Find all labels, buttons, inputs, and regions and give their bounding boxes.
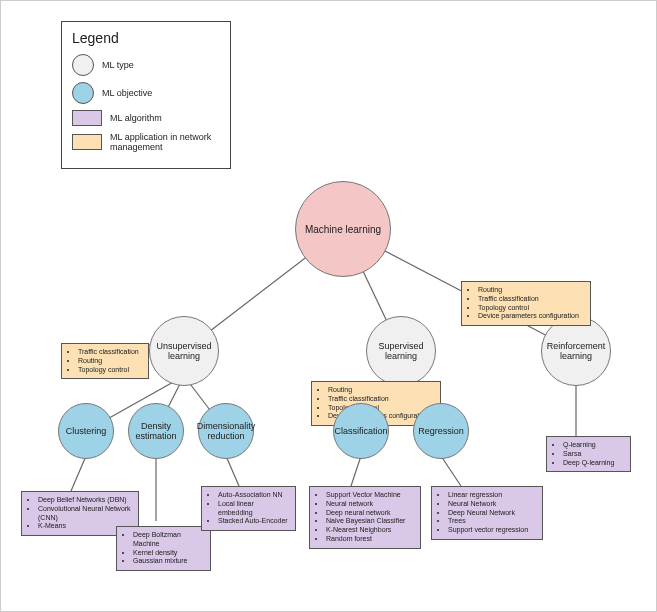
square-icon [72,110,102,126]
list-item: K-Nearest Neighbors [326,526,414,535]
list-item: Topology control [478,304,584,313]
node-root-label: Machine learning [305,224,381,235]
algo-list: Deep Boltzman MachineKernel densityGauss… [123,531,204,566]
list-item: Stacked Auto-Encoder [218,517,289,526]
list-item: Traffic classification [328,395,434,404]
list-item: Deep Q-learning [563,459,624,468]
node-type-supervised: Supervised learning [366,316,436,386]
list-item: Naive Bayesian Classifier [326,517,414,526]
algo-list: Q-learningSarsaDeep Q-learning [553,441,624,467]
app-list: Traffic classificationRoutingTopology co… [68,348,142,374]
app-list: RoutingTraffic classificationTopology co… [468,286,584,321]
list-item: Auto-Association NN [218,491,289,500]
node-obj-regression: Regression [413,403,469,459]
list-item: Convolutional Neural Network (CNN) [38,505,132,523]
square-icon [72,134,102,150]
algo-box-classification: Support Vector MachineNeural networkDeep… [309,486,421,549]
list-item: Linear regression [448,491,536,500]
list-item: Q-learning [563,441,624,450]
legend-row-application: ML application in network management [72,132,220,152]
list-item: Deep Belief Networks (DBN) [38,496,132,505]
node-type-label: Reinforcement learning [546,341,606,361]
svg-line-8 [71,456,86,491]
list-item: Routing [478,286,584,295]
node-obj-label: Clustering [66,426,107,436]
list-item: Gaussian mixture [133,557,204,566]
svg-line-11 [351,456,361,486]
svg-line-12 [441,456,461,486]
algo-box-dimred: Auto-Association NNLocal linear embeddin… [201,486,296,531]
node-type-label: Supervised learning [371,341,431,361]
list-item: Traffic classification [78,348,142,357]
list-item: Support vector regression [448,526,536,535]
app-box-reinforcement: RoutingTraffic classificationTopology co… [461,281,591,326]
node-obj-label: Dimensionality reduction [197,421,256,441]
list-item: Deep neural network [326,509,414,518]
circle-icon [72,82,94,104]
node-obj-label: Regression [418,426,464,436]
list-item: Topology control [78,366,142,375]
node-type-label: Unsupervised learning [154,341,214,361]
list-item: Support Vector Machine [326,491,414,500]
algo-list: Linear regressionNeural NetworkDeep Neur… [438,491,536,535]
list-item: Neural network [326,500,414,509]
node-obj-density: Density estimation [128,403,184,459]
app-box-unsupervised: Traffic classificationRoutingTopology co… [61,343,149,379]
legend-box: Legend ML type ML objective ML algorithm… [61,21,231,169]
algo-box-density: Deep Boltzman MachineKernel densityGauss… [116,526,211,571]
list-item: Random forest [326,535,414,544]
node-obj-label: Classification [334,426,387,436]
circle-icon [72,54,94,76]
legend-label-type: ML type [102,60,134,70]
list-item: Neural Network [448,500,536,509]
node-obj-classification: Classification [333,403,389,459]
list-item: Deep Neural Network [448,509,536,518]
list-item: Local linear embedding [218,500,289,518]
algo-box-regression: Linear regressionNeural NetworkDeep Neur… [431,486,543,540]
node-type-reinforcement: Reinforcement learning [541,316,611,386]
algo-list: Auto-Association NNLocal linear embeddin… [208,491,289,526]
node-obj-clustering: Clustering [58,403,114,459]
list-item: Trees [448,517,536,526]
legend-label-application: ML application in network management [110,132,220,152]
legend-title: Legend [72,30,220,46]
diagram-stage: Legend ML type ML objective ML algorithm… [0,0,657,612]
node-root: Machine learning [295,181,391,277]
legend-row-type: ML type [72,54,220,76]
list-item: Traffic classification [478,295,584,304]
svg-line-10 [226,456,239,486]
algo-list: Support Vector MachineNeural networkDeep… [316,491,414,544]
legend-label-algorithm: ML algorithm [110,113,162,123]
list-item: Deep Boltzman Machine [133,531,204,549]
legend-label-objective: ML objective [102,88,152,98]
list-item: Device parameters configuration [478,312,584,321]
list-item: Routing [328,386,434,395]
list-item: Sarsa [563,450,624,459]
legend-row-algorithm: ML algorithm [72,110,220,126]
legend-row-objective: ML objective [72,82,220,104]
algo-box-reinforcement: Q-learningSarsaDeep Q-learning [546,436,631,472]
node-type-unsupervised: Unsupervised learning [149,316,219,386]
node-obj-label: Density estimation [133,421,179,441]
list-item: Kernel density [133,549,204,558]
node-obj-dimred: Dimensionality reduction [198,403,254,459]
list-item: Routing [78,357,142,366]
